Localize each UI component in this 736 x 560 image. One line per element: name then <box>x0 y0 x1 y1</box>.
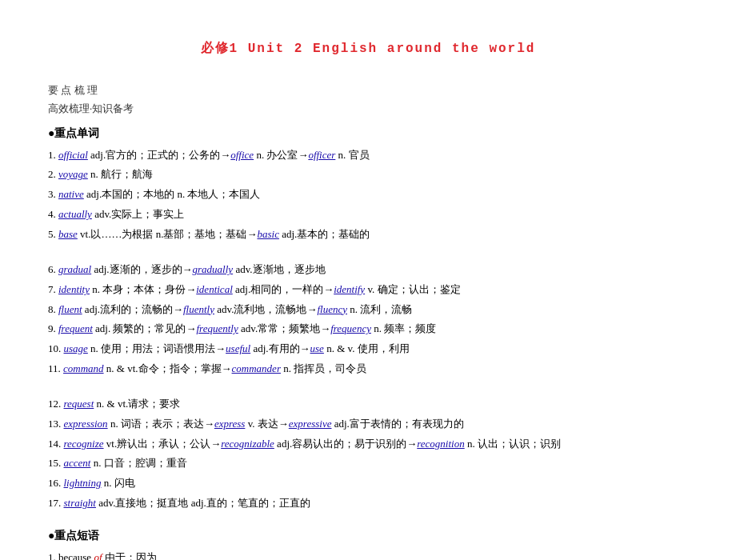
word-command[interactable]: command <box>63 362 104 374</box>
vocab-section-title: ●重点单词 <box>48 126 688 141</box>
page-title: 必修1 Unit 2 English around the world <box>48 40 688 57</box>
phrase-list: 1. because of 由于；因为 2. come up 走近；上来 3. … <box>48 548 688 560</box>
list-item: 14. recognize vt.辨认出；承认；公认→recognizable … <box>48 434 688 454</box>
list-item: 1. because of 由于；因为 <box>48 548 688 560</box>
word-identify[interactable]: identify <box>334 283 365 295</box>
word-recognizable[interactable]: recognizable <box>221 438 274 450</box>
list-item: 3. native adj.本国的；本地的 n. 本地人；本国人 <box>48 185 688 205</box>
list-item: 12. request n. & vt.请求；要求 <box>48 394 688 414</box>
word-fluency[interactable]: fluency <box>317 303 347 315</box>
list-item: 16. lightning n. 闪电 <box>48 474 688 494</box>
list-item: 4. actually adv.实际上；事实上 <box>48 205 688 225</box>
word-identity[interactable]: identity <box>58 283 90 295</box>
word-officer[interactable]: officer <box>308 149 335 161</box>
word-voyage[interactable]: voyage <box>58 168 88 180</box>
phrase-of[interactable]: of <box>94 551 102 560</box>
word-recognize[interactable]: recognize <box>64 438 104 450</box>
word-use[interactable]: use <box>310 342 324 354</box>
list-item: 5. base vt.以……为根据 n.基部；基地；基础→basic adj.基… <box>48 225 688 245</box>
word-native[interactable]: native <box>58 188 84 200</box>
word-lightning[interactable]: lightning <box>64 477 102 489</box>
word-official[interactable]: official <box>58 149 88 161</box>
word-identical[interactable]: identical <box>196 283 233 295</box>
word-express[interactable]: express <box>214 418 246 430</box>
list-item: 2. voyage n. 航行；航海 <box>48 165 688 185</box>
word-gradually[interactable]: gradually <box>193 263 234 275</box>
word-actually[interactable]: actually <box>58 208 92 220</box>
word-fluently[interactable]: fluently <box>183 303 214 315</box>
vocab-list-2: 6. gradual adj.逐渐的，逐步的→gradually adv.逐渐地… <box>48 260 688 378</box>
word-gradual[interactable]: gradual <box>58 263 91 275</box>
word-fluent[interactable]: fluent <box>58 303 82 315</box>
list-item: 10. usage n. 使用；用法；词语惯用法→useful adj.有用的→… <box>48 339 688 359</box>
word-base[interactable]: base <box>58 228 78 240</box>
vocab-section: ●重点单词 1. official adj.官方的；正式的；公务的→office… <box>48 126 688 244</box>
word-request[interactable]: request <box>64 398 94 410</box>
section1-label: 要 点 梳 理 <box>48 81 688 99</box>
section1-sublabel: 高效梳理·知识备考 <box>48 99 688 118</box>
word-expressive[interactable]: expressive <box>289 418 332 430</box>
word-frequent[interactable]: frequent <box>58 322 93 334</box>
list-item: 6. gradual adj.逐渐的，逐步的→gradually adv.逐渐地… <box>48 260 688 280</box>
word-recognition[interactable]: recognition <box>417 438 464 450</box>
word-useful[interactable]: useful <box>226 342 250 354</box>
word-office[interactable]: office <box>230 149 254 161</box>
list-item: 7. identity n. 本身；本体；身份→identical adj.相同… <box>48 280 688 300</box>
phrase-section: ●重点短语 1. because of 由于；因为 2. come up 走近；… <box>48 529 688 560</box>
section-header: 要 点 梳 理 高效梳理·知识备考 <box>48 81 688 118</box>
word-frequency[interactable]: frequency <box>330 322 371 334</box>
vocab-section-3: 12. request n. & vt.请求；要求 13. expression… <box>48 394 688 513</box>
list-item: 9. frequent adj. 频繁的；常见的→frequently adv.… <box>48 319 688 339</box>
vocab-list-1: 1. official adj.官方的；正式的；公务的→office n. 办公… <box>48 146 688 244</box>
list-item: 15. accent n. 口音；腔调；重音 <box>48 454 688 474</box>
list-item: 17. straight adv.直接地；挺直地 adj.直的；笔直的；正直的 <box>48 494 688 514</box>
phrase-section-title: ●重点短语 <box>48 529 688 543</box>
vocab-section-2: 6. gradual adj.逐渐的，逐步的→gradually adv.逐渐地… <box>48 260 688 378</box>
word-expression[interactable]: expression <box>64 418 108 430</box>
list-item: 13. expression n. 词语；表示；表达→express v. 表达… <box>48 414 688 434</box>
vocab-list-3: 12. request n. & vt.请求；要求 13. expression… <box>48 394 688 513</box>
list-item: 11. command n. & vt.命令；指令；掌握→commander n… <box>48 359 688 379</box>
word-commander[interactable]: commander <box>232 362 281 374</box>
word-frequently[interactable]: frequently <box>196 322 238 334</box>
list-item: 1. official adj.官方的；正式的；公务的→office n. 办公… <box>48 146 688 166</box>
word-basic[interactable]: basic <box>257 228 278 240</box>
word-accent[interactable]: accent <box>64 457 91 469</box>
list-item: 8. fluent adj.流利的；流畅的→fluently adv.流利地，流… <box>48 300 688 320</box>
word-straight[interactable]: straight <box>64 497 96 509</box>
word-usage[interactable]: usage <box>64 342 88 354</box>
